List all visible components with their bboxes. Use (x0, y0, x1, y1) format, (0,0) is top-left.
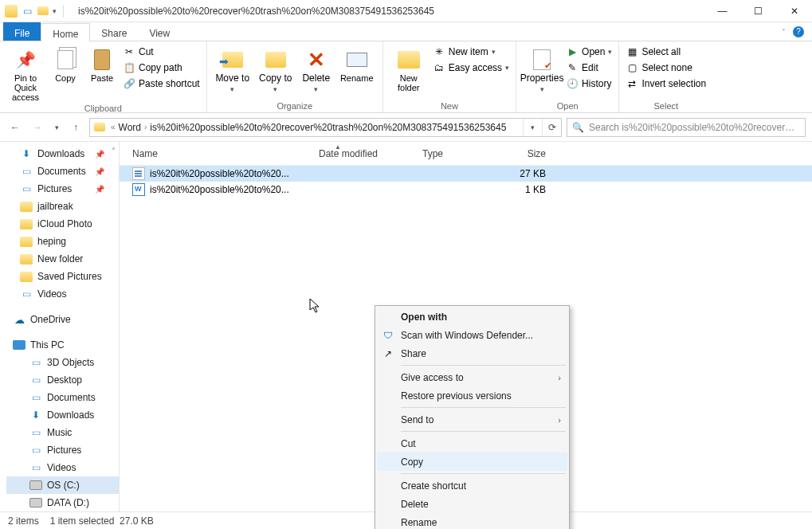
new-folder-label: New folder (390, 73, 428, 92)
list-row[interactable]: is%20it%20possible%20to%20... 27 KB (120, 166, 812, 182)
search-icon: 🔍 (572, 122, 584, 133)
col-size[interactable]: Size (502, 148, 554, 159)
minimize-button[interactable]: — (704, 0, 740, 22)
history-button[interactable]: 🕘History (566, 76, 612, 91)
tree-osc[interactable]: OS (C:) (6, 476, 119, 494)
breadcrumb[interactable]: « Word › is%20it%20possible%20to%20recov… (109, 122, 523, 133)
tab-share[interactable]: Share (90, 22, 138, 41)
select-none-button[interactable]: ▢Select none (626, 61, 706, 75)
address-bar: ← → ▾ ↑ « Word › is%20it%20possible%20to… (0, 113, 812, 142)
cm-delete[interactable]: Delete (377, 495, 567, 513)
copy-to-label: Copy to (259, 72, 292, 84)
delete-button[interactable]: ✕ Delete ▾ (300, 45, 333, 94)
tree-downloads[interactable]: ⬇Downloads📌 (6, 145, 119, 163)
rename-icon (345, 48, 369, 72)
tab-view[interactable]: View (138, 22, 181, 41)
folder-icon (20, 235, 33, 248)
address-dropdown[interactable]: ▾ (523, 119, 542, 136)
cm-create-shortcut[interactable]: Create shortcut (377, 476, 567, 495)
copy-to-button[interactable]: Copy to ▾ (257, 45, 295, 94)
list-row[interactable]: is%20it%20possible%20to%20... 1 KB (120, 182, 812, 198)
col-type[interactable]: Type (414, 148, 502, 159)
back-button[interactable]: ← (6, 119, 24, 136)
cm-defender[interactable]: 🛡Scan with Windows Defender... (377, 326, 567, 344)
tree-downloads2[interactable]: ⬇Downloads (6, 406, 119, 424)
tree-thispc[interactable]: This PC (6, 336, 119, 354)
tree-savedpics[interactable]: Saved Pictures (6, 268, 119, 285)
col-date[interactable]: Date modified (311, 148, 414, 159)
tree-datad[interactable]: DATA (D:) (6, 494, 119, 511)
recent-dropdown[interactable]: ▾ (51, 119, 62, 136)
rename-button[interactable]: Rename (338, 45, 376, 83)
cm-rename[interactable]: Rename (377, 513, 567, 529)
close-button[interactable]: ✕ (776, 0, 812, 22)
tree-documents[interactable]: ▭Documents📌 (6, 163, 119, 180)
invert-selection-button[interactable]: ⇄Invert selection (626, 76, 706, 91)
crumb-word[interactable]: Word (119, 122, 141, 133)
cut-button[interactable]: ✂Cut (123, 45, 200, 59)
ribbon-collapse-icon[interactable]: ˇ (783, 28, 785, 36)
properties-qat-icon[interactable]: ▭ (21, 5, 33, 18)
cm-copy[interactable]: Copy (377, 453, 567, 471)
new-folder-button[interactable]: New folder (390, 45, 428, 92)
tree-pictures[interactable]: ▭Pictures📌 (6, 180, 119, 198)
forward-button[interactable]: → (29, 119, 46, 136)
copy-button[interactable]: Copy (49, 45, 81, 83)
paste-shortcut-button[interactable]: 🔗Paste shortcut (123, 76, 200, 91)
properties-button[interactable]: ✔ Properties ▾ (523, 45, 561, 94)
search-input[interactable]: 🔍 Search is%20it%20possible%20to%20recov… (567, 118, 806, 137)
cm-send-to[interactable]: Send to› (377, 410, 567, 429)
videos-icon: ▭ (20, 288, 33, 300)
qat-dropdown-icon[interactable]: ▾ (53, 7, 57, 15)
chevron-icon[interactable]: « (109, 123, 117, 131)
chevron-icon[interactable]: › (143, 123, 148, 131)
tree-music[interactable]: ▭Music (6, 424, 119, 441)
tree-heping[interactable]: heping (6, 233, 119, 250)
open-button[interactable]: ▶Open ▾ (566, 45, 612, 59)
tree-3dobjects[interactable]: ▭3D Objects (6, 354, 119, 371)
address-box[interactable]: « Word › is%20it%20possible%20to%20recov… (89, 118, 562, 137)
cm-cut[interactable]: Cut (377, 434, 567, 453)
pin-quick-access-button[interactable]: 📌 Pin to Quick access (6, 45, 45, 102)
cm-give-access[interactable]: Give access to› (377, 368, 567, 386)
file-list[interactable]: ▲ Name Date modified Type Size is%20it%2… (120, 142, 812, 511)
cm-open-with[interactable]: Open with (377, 308, 567, 326)
pin-icon: 📌 (95, 150, 104, 159)
maximize-button[interactable]: ☐ (740, 0, 776, 22)
tree-icloud[interactable]: iCloud Photo (6, 215, 119, 233)
paste-button[interactable]: Paste (86, 45, 118, 83)
edit-button[interactable]: ✎Edit (566, 61, 612, 75)
select-all-button[interactable]: ▦Select all (626, 45, 706, 59)
navigation-tree[interactable]: ˄ ⬇Downloads📌 ▭Documents📌 ▭Pictures📌 jai… (0, 142, 120, 511)
edit-icon: ✎ (566, 61, 579, 74)
tree-jailbreak[interactable]: jailbreak (6, 198, 119, 215)
tab-file[interactable]: File (3, 22, 41, 41)
copy-path-button[interactable]: 📋Copy path (123, 61, 200, 75)
tree-newfolder[interactable]: New folder (6, 250, 119, 268)
cm-share[interactable]: ↗Share (377, 344, 567, 362)
refresh-button[interactable]: ⟳ (542, 119, 561, 136)
folder-icon (90, 123, 109, 131)
up-button[interactable]: ↑ (67, 119, 84, 136)
quick-access-toolbar: ▭ ▾ (0, 5, 72, 18)
tree-videos2[interactable]: ▭Videos (6, 459, 119, 476)
downloads-icon: ⬇ (29, 409, 42, 421)
cm-restore[interactable]: Restore previous versions (377, 386, 567, 405)
crumb-folder[interactable]: is%20it%20possible%20to%20recover%20tras… (150, 122, 506, 133)
tree-desktop[interactable]: ▭Desktop (6, 371, 119, 389)
col-name[interactable]: Name (120, 148, 311, 159)
tab-home[interactable]: Home (41, 23, 90, 41)
tree-videos[interactable]: ▭Videos (6, 285, 119, 303)
tree-documents2[interactable]: ▭Documents (6, 389, 119, 406)
easy-access-button[interactable]: 🗂Easy access ▾ (433, 61, 509, 75)
folder-icon (20, 217, 33, 230)
paste-label: Paste (91, 73, 113, 83)
move-to-button[interactable]: ➡ Move to ▾ (214, 45, 252, 94)
select-none-label: Select none (641, 62, 692, 73)
new-item-button[interactable]: ✳New item ▾ (433, 45, 509, 59)
help-icon[interactable]: ? (793, 26, 804, 37)
new-folder-qat-icon[interactable] (37, 5, 49, 18)
tree-pictures2[interactable]: ▭Pictures (6, 441, 119, 459)
scroll-up-icon[interactable]: ˄ (112, 147, 116, 155)
tree-onedrive[interactable]: ☁OneDrive (6, 311, 119, 328)
